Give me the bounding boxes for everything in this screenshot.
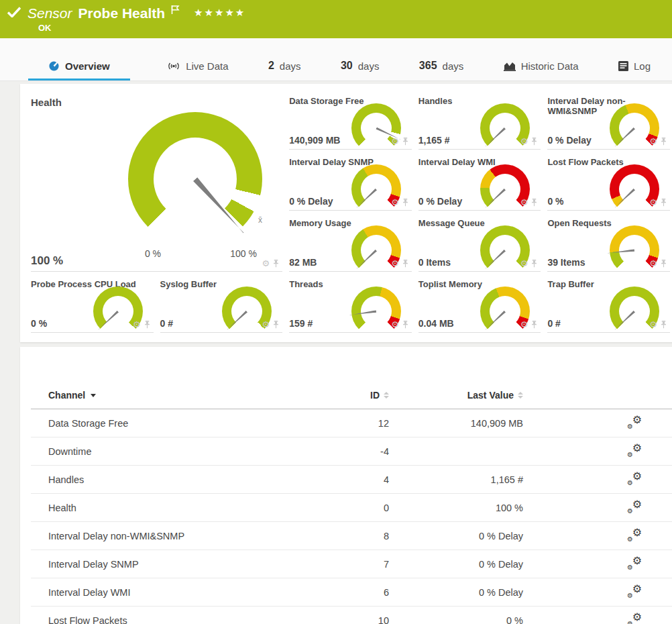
- channel-id: 10: [330, 615, 389, 624]
- pin-icon[interactable]: [402, 321, 409, 329]
- channel-name[interactable]: Interval Delay SNMP: [48, 559, 330, 570]
- tab-log[interactable]: Log: [616, 60, 653, 81]
- tab-30-days[interactable]: 30 days: [338, 60, 382, 81]
- channel-name[interactable]: Data Storage Free: [48, 418, 330, 429]
- tab-2-days[interactable]: 2 days: [266, 60, 304, 81]
- gear-icon[interactable]: ⚙: [391, 137, 399, 146]
- pin-icon[interactable]: [530, 260, 538, 268]
- channel-settings-gear-icon[interactable]: ⚙⚙: [628, 471, 642, 486]
- gear-icon[interactable]: ⚙: [133, 320, 141, 329]
- channel-settings-gear-icon[interactable]: ⚙⚙: [628, 415, 642, 429]
- sort-arrows-icon: [384, 392, 389, 399]
- channel-name[interactable]: Interval Delay WMI: [48, 587, 330, 598]
- gear-icon[interactable]: ⚙: [262, 320, 270, 329]
- channel-settings-gear-icon[interactable]: ⚙⚙: [628, 499, 642, 514]
- gear-icon[interactable]: ⚙: [391, 320, 399, 329]
- gear-icon[interactable]: ⚙: [520, 137, 528, 146]
- channel-settings-gear-icon[interactable]: ⚙⚙: [628, 443, 642, 458]
- channel-last-value: 0 % Delay: [389, 559, 523, 570]
- table-row[interactable]: Data Storage Free 12 140,909 MB ⚙⚙: [31, 409, 672, 437]
- table-row[interactable]: Downtime -4 ⚙⚙: [31, 437, 672, 466]
- tab-bar: Overview Live Data 2 days 30 days 365 da…: [0, 38, 672, 81]
- gauge-tile[interactable]: Memory Usage 82 MB ⚙: [289, 215, 412, 272]
- sort-caret-icon: [91, 394, 96, 397]
- pin-icon[interactable]: [144, 321, 151, 329]
- channel-name[interactable]: Interval Delay non-WMI&SNMP: [48, 531, 330, 541]
- tab-historic-data[interactable]: Historic Data: [501, 60, 581, 81]
- channel-settings-gear-icon[interactable]: ⚙⚙: [628, 612, 642, 624]
- pin-icon[interactable]: [660, 321, 667, 329]
- priority-stars[interactable]: ★★★★★: [194, 7, 245, 19]
- page-title: Probe Health: [78, 5, 166, 21]
- gauge-tile[interactable]: Lost Flow Packets 0 % ⚙: [547, 154, 670, 211]
- table-row[interactable]: Interval Delay WMI 6 0 % Delay ⚙⚙: [31, 578, 672, 607]
- pin-icon[interactable]: [402, 260, 409, 268]
- gauge-tile[interactable]: Trap Buffer 0 # ⚙: [547, 276, 670, 333]
- gauge-tile[interactable]: Interval Delay SNMP 0 % Delay ⚙: [289, 154, 412, 211]
- gauge-tile[interactable]: Message Queue 0 Items ⚙: [418, 215, 541, 272]
- gear-icon[interactable]: ⚙: [391, 259, 399, 268]
- health-gauge: [128, 112, 262, 246]
- gauge-tile[interactable]: Threads 159 # ⚙: [289, 276, 412, 333]
- gear-icon[interactable]: ⚙: [649, 198, 657, 207]
- pin-icon[interactable]: [402, 138, 409, 146]
- channel-table-panel: Channel ID Last Value Data Storage Free …: [20, 347, 672, 624]
- gauge-tile[interactable]: Interval Delay non-WMI&SNMP 0 % Delay ⚙: [547, 93, 670, 150]
- gauge-value: 0 Items: [418, 257, 451, 268]
- pin-icon[interactable]: [272, 321, 280, 329]
- gauge-tile[interactable]: Open Requests 39 Items ⚙: [547, 215, 670, 272]
- column-header-last-value[interactable]: Last Value: [389, 390, 523, 401]
- gear-icon[interactable]: ⚙: [520, 198, 528, 207]
- channel-settings-gear-icon[interactable]: ⚙⚙: [628, 527, 642, 542]
- gauge-tile[interactable]: Data Storage Free 140,909 MB ⚙: [289, 93, 412, 150]
- gear-icon[interactable]: ⚙: [649, 259, 657, 268]
- channel-settings-gear-icon[interactable]: ⚙⚙: [628, 556, 642, 570]
- channel-id: -4: [330, 446, 389, 457]
- tab-live-data[interactable]: Live Data: [164, 60, 231, 81]
- channel-name[interactable]: Downtime: [48, 446, 330, 457]
- column-header-id[interactable]: ID: [330, 390, 389, 401]
- channel-name[interactable]: Health: [48, 503, 330, 513]
- health-tile[interactable]: Health x̄ 0 % 100 % 100 % ⚙: [31, 93, 282, 272]
- flag-icon[interactable]: [171, 5, 180, 15]
- gauge-tile[interactable]: Handles 1,165 # ⚙: [418, 93, 541, 150]
- pin-icon[interactable]: [530, 321, 538, 329]
- gauge-grid: Health x̄ 0 % 100 % 100 % ⚙ Data Storage…: [31, 93, 670, 333]
- gauge-value: 0 % Delay: [547, 135, 591, 146]
- sort-arrows-icon: [518, 392, 523, 399]
- table-row[interactable]: Interval Delay SNMP 7 0 % Delay ⚙⚙: [31, 550, 672, 578]
- channel-name[interactable]: Handles: [48, 474, 330, 485]
- gauge-tile[interactable]: Toplist Memory 0.04 MB ⚙: [418, 276, 541, 333]
- gauge-tile[interactable]: Syslog Buffer 0 # ⚙: [160, 276, 283, 333]
- gear-icon[interactable]: ⚙: [391, 198, 399, 207]
- pin-icon[interactable]: [660, 138, 667, 146]
- gear-icon[interactable]: ⚙: [262, 259, 270, 268]
- pin-icon[interactable]: [272, 260, 280, 268]
- gear-icon[interactable]: ⚙: [520, 320, 528, 329]
- table-row[interactable]: Lost Flow Packets 10 0 % ⚙⚙: [31, 607, 672, 624]
- pin-icon[interactable]: [530, 199, 538, 207]
- pin-icon[interactable]: [660, 260, 667, 268]
- gauge-tile[interactable]: Interval Delay WMI 0 % Delay ⚙: [418, 154, 541, 211]
- table-row[interactable]: Interval Delay non-WMI&SNMP 8 0 % Delay …: [31, 522, 672, 550]
- gear-icon[interactable]: ⚙: [649, 320, 657, 329]
- table-row[interactable]: Handles 4 1,165 # ⚙⚙: [31, 466, 672, 494]
- tab-overview[interactable]: Overview: [28, 60, 130, 81]
- channel-settings-gear-icon[interactable]: ⚙⚙: [628, 584, 642, 599]
- column-header-channel[interactable]: Channel: [48, 390, 330, 401]
- channel-name[interactable]: Lost Flow Packets: [48, 615, 330, 624]
- table-header-row: Channel ID Last Value: [31, 382, 672, 409]
- channel-last-value: 1,165 #: [389, 474, 523, 485]
- gear-icon[interactable]: ⚙: [649, 137, 657, 146]
- pin-icon[interactable]: [530, 138, 538, 146]
- channel-last-value: 0 %: [389, 615, 523, 624]
- table-row[interactable]: Health 0 100 % ⚙⚙: [31, 494, 672, 522]
- gauge-tile[interactable]: Probe Process CPU Load 0 % ⚙: [31, 276, 154, 333]
- pin-icon[interactable]: [660, 199, 667, 207]
- tab-365-days[interactable]: 365 days: [416, 60, 466, 81]
- pin-icon[interactable]: [402, 199, 409, 207]
- gauge-title: Health: [31, 93, 282, 108]
- gear-icon[interactable]: ⚙: [520, 259, 528, 268]
- channel-last-value: 0 % Delay: [389, 587, 523, 598]
- mean-marker: x̄: [258, 215, 262, 225]
